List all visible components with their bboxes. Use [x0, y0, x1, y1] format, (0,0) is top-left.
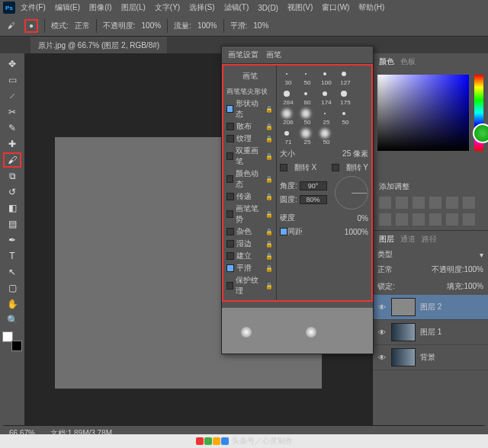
menu-select[interactable]: 选择(S) — [185, 1, 218, 14]
brush-opt[interactable]: 形状动态🔒 — [226, 98, 273, 120]
brush-tip-shape[interactable]: 画笔笔尖形状 — [226, 86, 273, 98]
brush-opt[interactable]: 纹理🔒 — [226, 133, 273, 145]
adj-icon[interactable] — [463, 197, 475, 209]
angle-widget[interactable] — [335, 176, 368, 210]
brush-preset-picker[interactable]: ● — [24, 19, 38, 33]
brush-preset[interactable]: 25 — [299, 128, 316, 146]
blend-mode[interactable]: 正常 — [377, 264, 393, 275]
mode-value[interactable]: 正常 — [75, 21, 90, 31]
pen-tool[interactable]: ✒ — [3, 232, 21, 248]
menu-type[interactable]: 文字(Y) — [151, 1, 184, 14]
brush-opt[interactable]: 湿边🔒 — [226, 238, 273, 250]
brush-preset[interactable]: 80 — [299, 88, 316, 106]
layer-row[interactable]: 👁 图层 2 — [373, 295, 488, 320]
tab-layers[interactable]: 图层 — [379, 234, 394, 245]
tab-swatches[interactable]: 色板 — [400, 56, 416, 67]
hardness-value[interactable]: 0% — [358, 214, 368, 222]
layer-row[interactable]: 👁 背景 — [373, 345, 488, 370]
tab-paths[interactable]: 路径 — [422, 234, 437, 245]
adj-icon[interactable] — [446, 197, 458, 209]
eraser-tool[interactable]: ◧ — [3, 200, 21, 216]
brush-preset[interactable]: 50 — [318, 128, 335, 146]
path-tool[interactable]: ↖ — [3, 264, 21, 280]
crop-tool[interactable]: ✂ — [3, 104, 21, 120]
brush-tool-icon[interactable]: 🖌 — [5, 19, 18, 33]
brush-preset[interactable]: 174 — [318, 88, 335, 106]
brush-opt[interactable]: 散布🔒 — [226, 120, 273, 133]
move-tool[interactable]: ✥ — [3, 56, 21, 72]
menu-image[interactable]: 图像(I) — [85, 1, 115, 14]
healing-tool[interactable]: ✚ — [3, 136, 21, 152]
adj-icon[interactable] — [379, 197, 391, 209]
brush-opt[interactable]: 画笔笔势🔒 — [226, 203, 273, 226]
tab-brush-settings[interactable]: 画笔设置 — [228, 50, 258, 60]
flip-y-check[interactable] — [332, 164, 339, 171]
flip-x-check[interactable] — [280, 164, 287, 171]
fg-bg-colors[interactable] — [2, 331, 22, 351]
brush-preset[interactable]: 175 — [337, 88, 354, 106]
history-brush-tool[interactable]: ↺ — [3, 184, 21, 200]
layer-name[interactable]: 背景 — [420, 352, 435, 363]
menu-window[interactable]: 窗口(W) — [318, 1, 353, 14]
color-field[interactable] — [377, 75, 469, 151]
brush-preset[interactable]: 30 — [280, 69, 297, 86]
brush-opt[interactable]: 双重画笔🔒 — [226, 145, 273, 168]
brush-preset[interactable]: 50 — [337, 108, 354, 126]
adj-icon[interactable] — [463, 213, 475, 226]
brush-opt[interactable]: 平滑🔒 — [226, 262, 273, 274]
brush-preset[interactable]: 50 — [299, 108, 316, 126]
size-value[interactable]: 25 像素 — [342, 149, 368, 159]
brush-opt[interactable]: 颜色动态🔒 — [226, 168, 273, 190]
eyedropper-tool[interactable]: ✎ — [3, 120, 21, 136]
brush-section[interactable]: 画笔 — [226, 69, 273, 84]
layer-fill[interactable]: 100% — [464, 282, 483, 290]
brush-preset[interactable]: 71 — [280, 128, 297, 146]
layer-name[interactable]: 图层 1 — [420, 327, 441, 338]
brush-opt[interactable]: 杂色🔒 — [226, 226, 273, 238]
adj-icon[interactable] — [429, 197, 441, 209]
adj-icon[interactable] — [446, 213, 458, 226]
menu-3d[interactable]: 3D(D) — [254, 2, 282, 14]
opacity-value[interactable]: 100% — [142, 21, 162, 30]
brush-preset[interactable]: 284 — [280, 88, 297, 106]
stamp-tool[interactable]: ⧉ — [3, 168, 21, 184]
tab-channels[interactable]: 通道 — [400, 234, 416, 245]
spacing-value[interactable]: 1000% — [345, 228, 368, 236]
adj-icon[interactable] — [396, 213, 408, 226]
zoom-tool[interactable]: 🔍 — [3, 312, 21, 328]
gradient-tool[interactable]: ▤ — [3, 216, 21, 232]
layer-opacity[interactable]: 100% — [464, 265, 483, 274]
smooth-value[interactable]: 10% — [253, 21, 268, 30]
layer-row[interactable]: 👁 图层 1 — [373, 320, 488, 345]
layer-name[interactable]: 图层 2 — [420, 302, 441, 312]
brush-opt[interactable]: 保护纹理🔒 — [226, 274, 273, 297]
type-tool[interactable]: T — [3, 248, 21, 264]
menu-help[interactable]: 帮助(H) — [355, 1, 388, 14]
marquee-tool[interactable]: ▭ — [3, 72, 21, 88]
cc-libraries-icon[interactable] — [473, 123, 488, 143]
brush-preset[interactable]: 206 — [280, 108, 297, 126]
visibility-icon[interactable]: 👁 — [377, 354, 387, 362]
menu-view[interactable]: 视图(V) — [284, 1, 316, 14]
adj-icon[interactable] — [379, 213, 391, 226]
visibility-icon[interactable]: 👁 — [377, 303, 387, 312]
menu-edit[interactable]: 编辑(E) — [51, 1, 84, 14]
brush-tool[interactable]: 🖌 — [3, 152, 21, 168]
document-tab[interactable]: 原片.jpg @ 66.7% (图层 2, RGB/8#) — [30, 37, 167, 53]
flow-value[interactable]: 100% — [197, 21, 217, 30]
brush-opt[interactable]: 建立🔒 — [226, 250, 273, 262]
lasso-tool[interactable]: ⟋ — [3, 88, 21, 104]
shape-tool[interactable]: ▢ — [3, 280, 21, 296]
menu-file[interactable]: 文件(F) — [17, 1, 50, 14]
angle-input[interactable] — [300, 181, 327, 190]
adj-icon[interactable] — [413, 213, 425, 226]
brush-opt[interactable]: 传递🔒 — [226, 190, 273, 203]
menu-filter[interactable]: 滤镜(T) — [220, 1, 253, 14]
brush-preset[interactable]: 50 — [299, 69, 316, 86]
brush-preset[interactable]: 25 — [318, 108, 335, 126]
adj-icon[interactable] — [396, 197, 408, 209]
visibility-icon[interactable]: 👁 — [377, 328, 387, 337]
spacing-check[interactable] — [280, 228, 287, 235]
brush-preset[interactable]: 127 — [337, 69, 354, 86]
tab-brushes[interactable]: 画笔 — [266, 50, 281, 60]
